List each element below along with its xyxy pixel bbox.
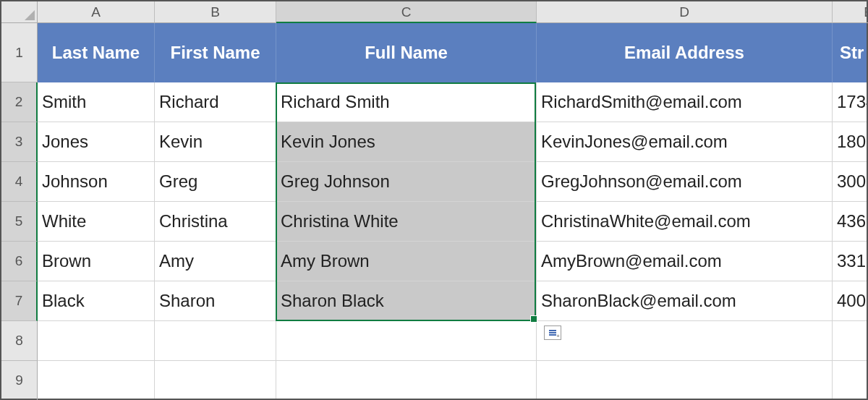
- cell-D9[interactable]: [537, 361, 833, 399]
- cell-B4[interactable]: Greg: [155, 162, 276, 202]
- cell-C3[interactable]: Kevin Jones: [276, 122, 537, 162]
- header-cell[interactable]: Email Address: [537, 23, 833, 82]
- table-row: BlackSharonSharon BlackSharonBlack@email…: [38, 281, 867, 321]
- column-header-B[interactable]: B: [155, 1, 276, 23]
- cell-A4[interactable]: Johnson: [38, 162, 155, 202]
- cell-B3[interactable]: Kevin: [155, 122, 276, 162]
- cell-A2[interactable]: Smith: [38, 82, 155, 122]
- column-header-A[interactable]: A: [38, 1, 155, 23]
- cell-C9[interactable]: [276, 361, 537, 399]
- row-header-8[interactable]: 8: [1, 321, 38, 361]
- cell-D5[interactable]: ChristinaWhite@email.com: [537, 202, 833, 242]
- row-header-4[interactable]: 4: [1, 162, 38, 202]
- select-all-corner[interactable]: [1, 1, 38, 23]
- cell-A7[interactable]: Black: [38, 281, 155, 321]
- table-row: [38, 361, 867, 399]
- cell-A8[interactable]: [38, 321, 155, 361]
- spreadsheet: ABCDE 123456789 Last NameFirst NameFull …: [0, 0, 868, 400]
- cell-D3[interactable]: KevinJones@email.com: [537, 122, 833, 162]
- cell-A6[interactable]: Brown: [38, 242, 155, 281]
- row-header-3[interactable]: 3: [1, 122, 38, 162]
- cell-E3[interactable]: 1807: [833, 122, 867, 162]
- cell-D7[interactable]: SharonBlack@email.com: [537, 281, 833, 321]
- row-header-6[interactable]: 6: [1, 242, 38, 281]
- row-header-2[interactable]: 2: [1, 82, 38, 122]
- row-header-9[interactable]: 9: [1, 361, 38, 400]
- header-cell[interactable]: Full Name: [276, 23, 537, 82]
- column-header-D[interactable]: D: [537, 1, 833, 23]
- cell-E4[interactable]: 3002: [833, 162, 867, 202]
- cell-B7[interactable]: Sharon: [155, 281, 276, 321]
- cell-C4[interactable]: Greg Johnson: [276, 162, 537, 202]
- cell-E9[interactable]: [833, 361, 867, 399]
- row-headers: 123456789: [1, 23, 38, 399]
- plus-icon: +: [556, 333, 560, 339]
- cell-D4[interactable]: GregJohnson@email.com: [537, 162, 833, 202]
- cell-E7[interactable]: 4008: [833, 281, 867, 321]
- cell-B5[interactable]: Christina: [155, 202, 276, 242]
- cell-E6[interactable]: 3311: [833, 242, 867, 281]
- cell-C6[interactable]: Amy Brown: [276, 242, 537, 281]
- cell-B6[interactable]: Amy: [155, 242, 276, 281]
- header-cell[interactable]: First Name: [155, 23, 276, 82]
- flash-fill-icon: [549, 330, 556, 336]
- cell-D6[interactable]: AmyBrown@email.com: [537, 242, 833, 281]
- header-cell[interactable]: Last Name: [38, 23, 155, 82]
- cell-E2[interactable]: 1734: [833, 82, 867, 122]
- row-header-7[interactable]: 7: [1, 281, 38, 321]
- table-row: SmithRichardRichard SmithRichardSmith@em…: [38, 82, 867, 122]
- row-header-5[interactable]: 5: [1, 202, 38, 242]
- column-header-E[interactable]: E: [833, 1, 868, 23]
- header-cell[interactable]: Str: [833, 23, 867, 82]
- cell-grid: Last NameFirst NameFull NameEmail Addres…: [38, 23, 867, 399]
- cell-E8[interactable]: [833, 321, 867, 361]
- cell-C8[interactable]: [276, 321, 537, 361]
- flash-fill-options-button[interactable]: +: [544, 325, 561, 340]
- cell-B2[interactable]: Richard: [155, 82, 276, 122]
- table-row: JonesKevinKevin JonesKevinJones@email.co…: [38, 122, 867, 162]
- cell-D8[interactable]: [537, 321, 833, 361]
- cell-B9[interactable]: [155, 361, 276, 399]
- cell-E5[interactable]: 4365: [833, 202, 867, 242]
- cell-D2[interactable]: RichardSmith@email.com: [537, 82, 833, 122]
- table-row: JohnsonGregGreg JohnsonGregJohnson@email…: [38, 162, 867, 202]
- column-header-C[interactable]: C: [276, 1, 537, 23]
- cell-A9[interactable]: [38, 361, 155, 399]
- table-header-row: Last NameFirst NameFull NameEmail Addres…: [38, 23, 867, 82]
- cell-C2[interactable]: Richard Smith: [276, 82, 537, 122]
- row-header-1[interactable]: 1: [1, 23, 38, 82]
- table-row: [38, 321, 867, 361]
- table-row: WhiteChristinaChristina WhiteChristinaWh…: [38, 202, 867, 242]
- cell-A3[interactable]: Jones: [38, 122, 155, 162]
- table-row: BrownAmyAmy BrownAmyBrown@email.com3311: [38, 242, 867, 281]
- cell-C7[interactable]: Sharon Black: [276, 281, 537, 321]
- cell-A5[interactable]: White: [38, 202, 155, 242]
- column-headers: ABCDE: [38, 1, 867, 23]
- cell-B8[interactable]: [155, 321, 276, 361]
- cell-C5[interactable]: Christina White: [276, 202, 537, 242]
